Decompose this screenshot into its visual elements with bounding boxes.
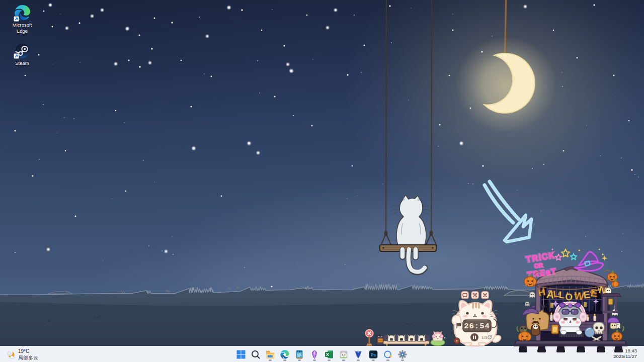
svg-text:O: O bbox=[565, 292, 573, 303]
svg-text:26:54: 26:54 bbox=[464, 322, 490, 331]
svg-text:1/3: 1/3 bbox=[481, 335, 488, 340]
svg-text:L: L bbox=[558, 290, 566, 301]
svg-text:OR: OR bbox=[534, 262, 543, 269]
svg-text:Ps: Ps bbox=[371, 352, 376, 357]
svg-text:E: E bbox=[590, 287, 598, 299]
